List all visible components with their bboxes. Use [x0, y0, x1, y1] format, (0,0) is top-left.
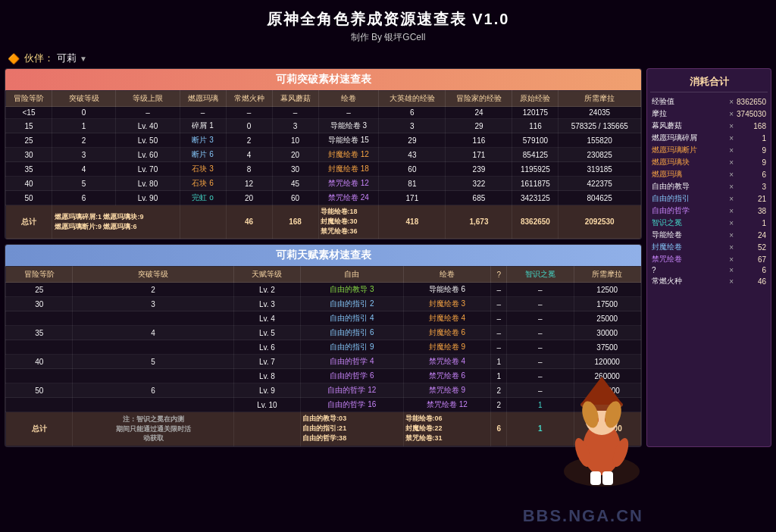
cost-row-maruli1: 燃愿玛璃碎屑 × 1	[650, 132, 768, 144]
col-hero-exp: 大英雄的经验	[379, 91, 446, 107]
col-talent-lv: 天赋等级	[233, 267, 300, 283]
cost-row-zhexue: 自由的哲学 × 38	[650, 205, 768, 217]
table-row: 252Lv. 50断片 3210导能绘卷 1529116579100155820	[6, 133, 641, 148]
partner-label: 伙伴：	[24, 52, 54, 65]
break-title: 可莉突破素材速查表	[5, 69, 641, 90]
cost-row-zhiyin: 自由的指引 × 21	[650, 192, 768, 205]
col-break: 突破等级	[52, 91, 115, 107]
cost-row-changhuo: 常燃火种 × 46	[650, 275, 768, 287]
cost-row-daoneng: 导能绘卷 × 24	[650, 229, 768, 241]
col-mora2: 所需摩拉	[574, 267, 641, 283]
col-zhishi: 智识之冕	[507, 267, 574, 283]
cost-row-jiaodao: 自由的教导 × 3	[650, 180, 768, 192]
talent-section: 可莉天赋素材速查表 冒险等阶 突破等级 天赋等级 自由 绘卷 ? 智识之冕 所需…	[5, 244, 642, 447]
cost-row-zhishi: 智识之冕 × 1	[650, 217, 768, 229]
table-row: 506Lv. 90完虹 o2060禁咒绘卷 241716853423125804…	[6, 191, 641, 205]
main-title: 原神全角色养成资源速查表 V1.0	[0, 0, 776, 31]
cost-row-question: ? × 6	[650, 265, 768, 275]
char-img-area	[556, 373, 647, 487]
col-scroll: 绘卷	[318, 91, 379, 107]
col-adventure2: 冒险等阶	[6, 267, 73, 283]
partner-row: 🔶 伙伴： 可莉 ▼	[0, 49, 776, 68]
table-row-total2: 总计 注：智识之冕在内测期间只能通过通关限时活动获取 自由的教导:03自由的指引…	[6, 412, 641, 446]
svg-marker-4	[580, 377, 623, 405]
talent-title: 可莉天赋素材速查表	[5, 245, 641, 266]
cost-row-mushroom: 幕风蘑菇 × 168	[650, 120, 768, 132]
svg-rect-12	[602, 471, 613, 485]
col-mushroom: 幕风蘑菇	[272, 91, 318, 107]
table-row: Lv. 4自由的指引 4封魔绘卷 4––25000	[6, 311, 641, 326]
table-row: 506Lv. 9自由的哲学 12禁咒绘卷 92–450000	[6, 383, 641, 398]
col-firetype: 常燃火种	[226, 91, 272, 107]
col-lv-cap: 等级上限	[116, 91, 180, 107]
col-adventure: 冒险等阶	[6, 91, 52, 107]
table-row: 405Lv. 7自由的哲学 4禁咒绘卷 41–120000	[6, 355, 641, 369]
cost-row-maruli4: 燃愿玛璃 × 6	[650, 168, 768, 180]
break-table: 冒险等阶 突破等级 等级上限 燃愿玛璃 常燃火种 幕风蘑菇 绘卷 大英雄的经验 …	[5, 90, 641, 239]
arrow-icon: 🔶	[8, 53, 20, 64]
svg-rect-11	[590, 471, 601, 485]
table-row: Lv. 10自由的哲学 16禁咒绘卷 1221700000	[6, 398, 641, 412]
dropdown-icon[interactable]: ▼	[80, 55, 87, 63]
cost-summary-title: 消耗合计	[650, 72, 768, 92]
col-ziyou: 自由	[301, 267, 403, 283]
col-raw-exp: 原始经验	[512, 91, 559, 107]
col-mora: 所需摩拉	[559, 91, 641, 107]
table-row: 151Lv. 40碎屑 103导能绘卷 3329116578325 / 1356…	[6, 119, 641, 133]
cost-row-fengmo: 封魔绘卷 × 52	[650, 241, 768, 253]
col-maruli: 燃愿玛璃	[180, 91, 226, 107]
partner-name: 可莉	[57, 52, 77, 65]
table-row: 354Lv. 5自由的指引 6封魔绘卷 6––30000	[6, 326, 641, 340]
table-row: 303Lv. 3自由的指引 2封魔绘卷 3––17500	[6, 297, 641, 311]
cost-row-jingyan: 经验值 × 8362650	[650, 95, 768, 108]
sub-title: 制作 By 银坪GCell	[0, 31, 776, 44]
col-scroll2: 绘卷	[403, 267, 491, 283]
cost-row-maruli3: 燃愿玛璃块 × 9	[650, 156, 768, 168]
table-row: 252Lv. 2自由的教导 3导能绘卷 6––12500	[6, 283, 641, 297]
talent-table: 冒险等阶 突破等级 天赋等级 自由 绘卷 ? 智识之冕 所需摩拉 252Lv. …	[5, 266, 641, 446]
table-row: 354Lv. 70石块 3830封魔绘卷 1860239119592531918…	[6, 162, 641, 177]
table-row-total: 总计 燃愿玛璃碎屑:1 燃愿玛璃块:9燃愿玛璃断片:9 燃愿玛璃:6 46 16…	[6, 205, 641, 239]
table-row: 405Lv. 80石块 61245禁咒绘卷 128132216118754223…	[6, 177, 641, 191]
table-row: <150–––––62412017524035	[6, 107, 641, 119]
cost-row-mora: 摩拉 × 3745030	[650, 108, 768, 120]
col-break2: 突破等级	[73, 267, 233, 283]
break-section: 可莉突破素材速查表 冒险等阶 突破等级 等级上限 燃愿玛璃 常燃火种 幕风蘑菇 …	[5, 68, 642, 239]
col-adv-exp: 冒险家的经验	[446, 91, 512, 107]
table-row: Lv. 6自由的指引 9封魔绘卷 9––37500	[6, 340, 641, 355]
table-row: Lv. 8自由的哲学 6禁咒绘卷 61–260000	[6, 369, 641, 383]
cost-row-jinzhou: 禁咒绘卷 × 67	[650, 253, 768, 265]
col-unknown: ?	[491, 267, 507, 283]
cost-summary-panel: 消耗合计 经验值 × 8362650 摩拉 × 3745030 幕风蘑菇 × 1…	[646, 68, 771, 447]
cost-row-maruli2: 燃愿玛璃断片 × 9	[650, 144, 768, 156]
table-row: 303Lv. 60断片 6420封魔绘卷 1243171854125230825	[6, 148, 641, 162]
nga-watermark: BBS.NGA.CN	[523, 506, 643, 526]
